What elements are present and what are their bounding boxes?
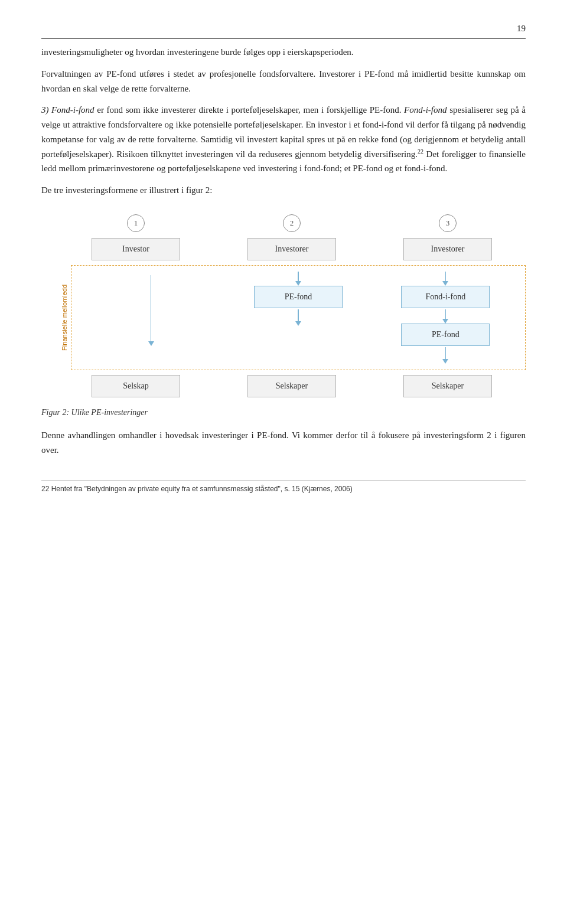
figure-2: 1 Investor 2 Investorer 3 Investorer Fin… [41, 214, 526, 417]
figure-caption: Figur 2: Ulike PE-investeringer [41, 408, 526, 417]
box-investorer-3: Investorer [403, 238, 492, 260]
box-pefond-2: PE-fond [254, 286, 343, 308]
conclusion-paragraph: Denne avhandlingen omhandler i hovedsak … [41, 428, 526, 458]
page-number: 19 [41, 24, 526, 39]
box-selskaper-3: Selskaper [403, 375, 492, 397]
box-selskap-1: Selskap [92, 375, 180, 397]
paragraph-1: investeringsmuligheter og hvordan invest… [41, 45, 526, 60]
box-pefond-3: PE-fond [401, 324, 490, 346]
box-fondidfond: Fond-i-fond [401, 286, 490, 308]
footnote-text: 22 Hentet fra "Betydningen av private eq… [41, 485, 353, 493]
box-investor-1: Investor [92, 238, 180, 260]
paragraph-5: De tre investeringsformene er illustrert… [41, 183, 526, 198]
finansielle-label: Finansielle mellomledd [60, 282, 69, 353]
box-selskaper-2: Selskaper [247, 375, 336, 397]
paragraph-3: 3) Fond-i-fond er fond som ikke invester… [41, 103, 526, 176]
badge-1: 1 [127, 214, 145, 232]
superscript-22: 22 [418, 148, 423, 155]
paragraph-2: Forvaltningen av PE-fond utføres i stede… [41, 67, 526, 96]
badge-3: 3 [439, 214, 457, 232]
footnote-section: 22 Hentet fra "Betydningen av private eq… [41, 481, 526, 493]
badge-2: 2 [283, 214, 301, 232]
box-investorer-2: Investorer [247, 238, 336, 260]
page-number-text: 19 [517, 24, 526, 33]
